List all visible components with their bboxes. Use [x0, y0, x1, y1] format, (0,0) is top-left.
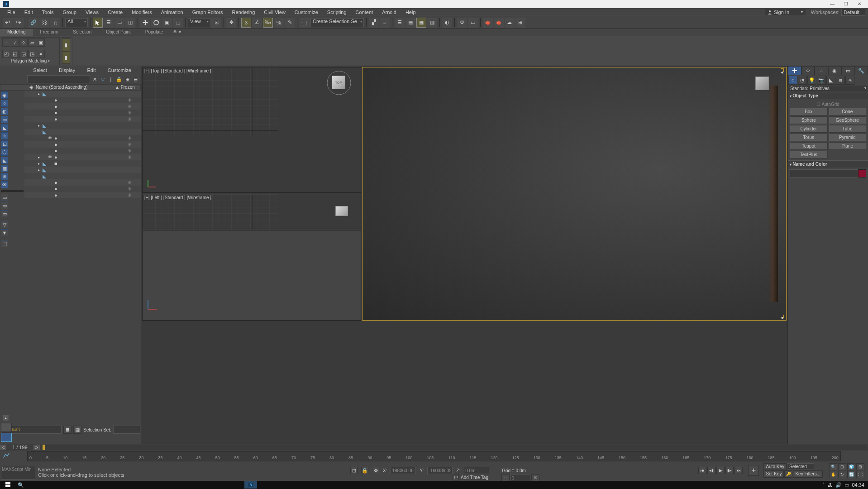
toggle-ribbon-button[interactable]: ▤: [405, 18, 415, 28]
filter-all-icon[interactable]: ◉: [1, 91, 8, 99]
scene-tool-6[interactable]: ⬚: [1, 240, 8, 247]
x-coord-input[interactable]: [391, 467, 416, 474]
scene-row[interactable]: ●✳: [24, 116, 141, 122]
time-ruler[interactable]: 0510152025303540455055606570758085909510…: [27, 451, 841, 461]
maxscript-listener[interactable]: MAXScript Mir: [1, 466, 35, 479]
cmd-tab-display[interactable]: ▭: [841, 66, 855, 75]
scene-row[interactable]: ●✳: [24, 110, 141, 116]
cmd-tab-hierarchy[interactable]: ⛬: [815, 66, 828, 75]
filter-bone-icon[interactable]: ⬡: [1, 149, 8, 156]
percent-snap-button[interactable]: %₃: [263, 18, 273, 28]
search-button[interactable]: 🔍: [14, 481, 27, 489]
scene-row[interactable]: 👁●✳: [24, 135, 141, 141]
move-button[interactable]: [140, 18, 150, 28]
tray-lang-icon[interactable]: ▭: [844, 482, 849, 488]
viewport-left[interactable]: [+] [Left ] [Standard ] [Wireframe ]: [142, 194, 361, 229]
scene-row[interactable]: ▸◣: [24, 122, 141, 129]
scene-collapse-button[interactable]: ⊟: [132, 76, 139, 83]
create-helpers-button[interactable]: ◣: [826, 76, 835, 85]
bind-button[interactable]: ⎌: [50, 18, 60, 28]
menu-help[interactable]: Help: [401, 9, 420, 16]
render-iterative-button[interactable]: 🫖: [494, 18, 504, 28]
scene-tool-2[interactable]: ▭: [1, 202, 8, 209]
create-lights-button[interactable]: 💡: [807, 76, 816, 85]
undo-button[interactable]: ↶: [3, 18, 13, 28]
viewport-nav-1[interactable]: 🔍: [829, 463, 837, 470]
viewport-nav-4[interactable]: ⊞: [856, 463, 864, 470]
next-frame-button[interactable]: ▮▸: [725, 467, 734, 474]
selection-lock-button[interactable]: 🔒: [361, 467, 368, 474]
viewport-nav-7[interactable]: 🔄: [847, 471, 855, 478]
poly-tool-3[interactable]: ◲: [19, 50, 28, 58]
filter-space-icon[interactable]: ⊡: [1, 140, 8, 148]
filter-lights-icon[interactable]: ▭: [1, 116, 8, 123]
scene-tool-1[interactable]: ▭: [1, 194, 8, 201]
tray-clock[interactable]: 04:34: [852, 482, 864, 488]
select-object-button[interactable]: [93, 18, 103, 28]
track-slider[interactable]: [42, 445, 866, 450]
poly-tool-5[interactable]: ●: [37, 50, 45, 58]
menu-graph-editors[interactable]: Graph Editors: [188, 9, 228, 16]
ribbon-tab-populate[interactable]: Populate: [138, 29, 170, 36]
menu-scripting[interactable]: Scripting: [323, 9, 351, 16]
mirror-button[interactable]: ▞: [369, 18, 379, 28]
viewport-left-label[interactable]: [+] [Left ] [Standard ] [Wireframe ]: [144, 195, 211, 200]
workspaces-select[interactable]: Default: [841, 9, 865, 16]
add-time-tag-button[interactable]: Add Time Tag: [461, 475, 488, 480]
scale-button[interactable]: ▣: [162, 18, 172, 28]
ribbon-tab-selection[interactable]: Selection: [66, 29, 99, 36]
cmd-tab-create[interactable]: [788, 66, 801, 75]
scene-expand-button[interactable]: ⊞: [124, 76, 131, 83]
viewcube-top[interactable]: TOP: [326, 70, 352, 96]
menu-modifiers[interactable]: Modifiers: [127, 9, 157, 16]
filter-geom-icon[interactable]: ○: [1, 100, 8, 107]
autokey-button[interactable]: Auto Key: [763, 463, 787, 470]
current-frame-input[interactable]: [510, 474, 530, 481]
menu-animation[interactable]: Animation: [157, 9, 188, 16]
object-type-tube[interactable]: Tube: [829, 125, 867, 133]
menu-customize[interactable]: Customize: [290, 9, 323, 16]
pivot-button[interactable]: ⊡: [211, 18, 221, 28]
filter-group-icon[interactable]: ◣: [1, 157, 8, 164]
layer-explorer-button[interactable]: ☰: [395, 18, 405, 28]
key-step-mode-button[interactable]: ↔: [501, 474, 510, 481]
object-color-swatch[interactable]: [858, 169, 866, 177]
key-filters-button[interactable]: Key Filters...: [793, 470, 823, 478]
create-systems-button[interactable]: ✳: [845, 76, 854, 85]
link-button[interactable]: 🔗: [29, 18, 38, 28]
poly-element-button[interactable]: ▣: [37, 38, 45, 47]
filter-hidden-icon[interactable]: 👁: [1, 181, 8, 188]
ribbon-panel-label[interactable]: Polygon Modeling: [2, 58, 58, 64]
scene-menu-select[interactable]: Select: [33, 67, 47, 73]
ribbon-minimize-button[interactable]: 👁 ▾: [170, 29, 184, 36]
viewport-nav-3[interactable]: 🧊: [847, 463, 855, 470]
poly-polygon-button[interactable]: ▱: [28, 38, 36, 47]
menu-edit[interactable]: Edit: [20, 9, 38, 16]
layer-tool-2[interactable]: ▦: [73, 426, 81, 434]
layer-tool-1[interactable]: ≣: [63, 426, 72, 434]
curve-editor-button[interactable]: ▦: [416, 18, 426, 28]
create-category-select[interactable]: Standard Primitives: [788, 86, 868, 91]
scene-col-name[interactable]: Name (Sorted Ascending): [34, 85, 113, 90]
viewport-front[interactable]: [142, 230, 361, 321]
render-online-button[interactable]: ☁: [505, 18, 515, 28]
scene-row[interactable]: ▸👁●✳: [24, 154, 141, 160]
ribbon-tab-freeform[interactable]: Freeform: [33, 29, 66, 36]
scene-list[interactable]: ▸◣●✳●✳●✳●✳▸◣◣👁●✳●✳●✳▸👁●✳▸◣■▸◣◣●✳●✳●✳: [24, 91, 141, 462]
filter-cameras-icon[interactable]: ◣: [1, 124, 8, 131]
snap-toggle-button[interactable]: 3: [241, 18, 251, 28]
z-coord-input[interactable]: [464, 467, 489, 474]
render-setup-button[interactable]: ⚙: [457, 18, 467, 28]
poly-edge-button[interactable]: /: [11, 38, 19, 47]
scene-tool-5[interactable]: ▼: [1, 229, 8, 236]
unlink-button[interactable]: ⛓: [39, 18, 49, 28]
placement-button[interactable]: ⬚: [173, 18, 183, 28]
rendered-frame-button[interactable]: ▭: [468, 18, 478, 28]
manipulate-button[interactable]: ✥: [226, 18, 236, 28]
poly-border-button[interactable]: ◊: [19, 38, 28, 47]
ribbon-mode1-button[interactable]: ▮: [62, 38, 70, 51]
scene-menu-edit[interactable]: Edit: [87, 67, 96, 73]
minimize-button[interactable]: —: [825, 0, 839, 8]
set-key-large-button[interactable]: +: [748, 465, 759, 476]
scene-row[interactable]: ▸◣: [24, 167, 141, 173]
